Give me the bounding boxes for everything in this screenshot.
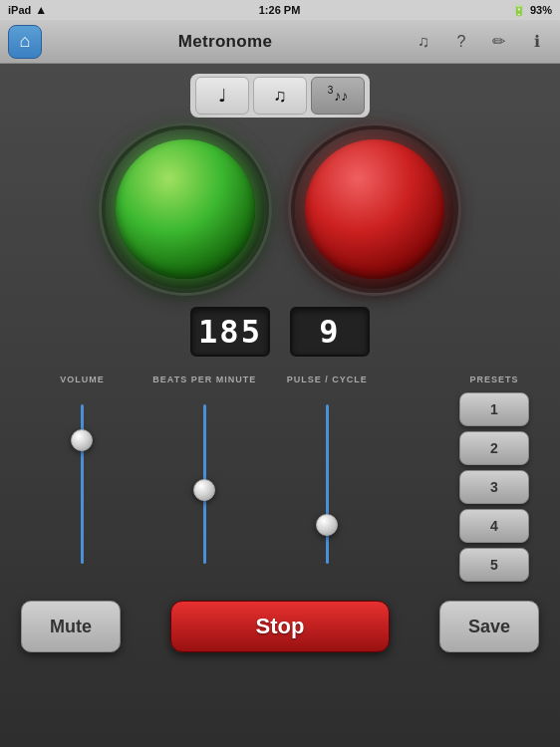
info-icon-button[interactable]: ℹ	[522, 27, 552, 57]
volume-label: VOLUME	[60, 374, 105, 384]
carrier-label: iPad	[8, 4, 31, 16]
bpm-track	[203, 404, 206, 564]
mute-button[interactable]: Mute	[21, 601, 121, 652]
sliders-section: VOLUME BEATS PER MINUTE PULSE / CYCLE	[21, 374, 539, 587]
home-button[interactable]: ⌂	[8, 25, 42, 59]
action-row: Mute Stop Save	[21, 601, 539, 652]
preset-btn-2[interactable]: 2	[459, 431, 529, 465]
stop-label: Stop	[256, 614, 305, 639]
pulse-track	[326, 404, 329, 564]
music-icon-button[interactable]: ♫	[409, 27, 438, 57]
bpm-value: 185	[198, 313, 262, 351]
main-content: ♩ ♫ 3♪♪ 185 9 VOLUME	[0, 64, 560, 747]
presets-group: PRESETS 1 2 3 4 5	[449, 374, 539, 587]
volume-slider-group: VOLUME	[21, 374, 143, 574]
nav-bar: ⌂ Metronome ♫ ? ✏ ℹ	[0, 20, 560, 64]
stop-button[interactable]: Stop	[170, 601, 390, 652]
note-btn-eighth[interactable]: ♫	[253, 77, 307, 115]
preset-btn-1[interactable]: 1	[459, 392, 529, 426]
page-title: Metronome	[178, 32, 272, 52]
note-btn-quarter[interactable]: ♩	[195, 77, 249, 115]
volume-thumb[interactable]	[71, 429, 93, 451]
edit-icon-button[interactable]: ✏	[484, 27, 514, 57]
display-row: 185 9	[190, 307, 370, 357]
bpm-slider-group: BEATS PER MINUTE	[143, 374, 266, 574]
preset-btn-4[interactable]: 4	[459, 509, 529, 543]
volume-slider-track[interactable]	[67, 394, 97, 574]
preset-btn-5[interactable]: 5	[459, 548, 529, 582]
green-light-container[interactable]	[106, 129, 265, 289]
wifi-icon: ▲	[35, 3, 47, 17]
note-btn-triplet[interactable]: 3♪♪	[311, 77, 365, 115]
save-button[interactable]: Save	[439, 601, 539, 652]
red-light-container[interactable]	[295, 129, 454, 289]
help-icon-button[interactable]: ?	[446, 27, 476, 57]
save-label: Save	[468, 617, 510, 637]
pulse-label: PULSE / CYCLE	[287, 374, 368, 384]
bpm-display: 185	[190, 307, 270, 357]
pulse-slider-group: PULSE / CYCLE	[266, 374, 389, 574]
status-bar: iPad ▲ 1:26 PM 🔋 93%	[0, 0, 560, 20]
home-icon: ⌂	[20, 31, 31, 52]
lights-row	[0, 129, 560, 289]
volume-track	[81, 404, 84, 564]
presets-label: PRESETS	[469, 374, 518, 384]
mute-label: Mute	[50, 617, 92, 637]
pulse-slider-track[interactable]	[312, 394, 342, 574]
bpm-thumb[interactable]	[193, 479, 215, 501]
preset-btn-3[interactable]: 3	[459, 470, 529, 504]
nav-icons: ♫ ? ✏ ℹ	[409, 27, 552, 57]
red-light	[305, 139, 444, 279]
pulse-value: 9	[319, 313, 340, 351]
pulse-thumb[interactable]	[316, 514, 338, 536]
pulse-display: 9	[290, 307, 370, 357]
battery-icon: 🔋	[512, 4, 526, 17]
bpm-label: BEATS PER MINUTE	[152, 374, 256, 384]
battery-label: 93%	[530, 4, 552, 16]
note-selector: ♩ ♫ 3♪♪	[190, 74, 370, 118]
bpm-slider-track[interactable]	[189, 394, 219, 574]
green-light	[116, 139, 255, 279]
time-label: 1:26 PM	[259, 4, 301, 16]
